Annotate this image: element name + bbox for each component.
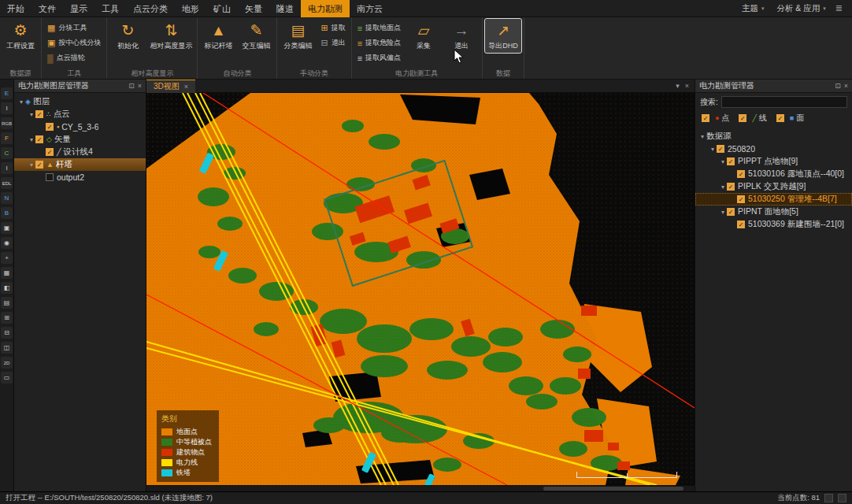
tree-row-图层[interactable]: ▾◈图层 [14,95,146,108]
2d-view-icon[interactable]: 2D [1,357,13,369]
ribbon-button-采集[interactable]: ▱采集 [406,19,442,53]
checkbox[interactable]: ✓ [776,114,784,122]
menu-item-电力勘测[interactable]: 电力勘测 [301,0,350,17]
dual-view-icon[interactable]: ◫ [1,342,13,354]
info-display-icon[interactable]: I [1,162,13,174]
menu-item-隧道[interactable]: 隧道 [269,0,301,17]
checkbox[interactable]: ✓ [737,170,745,178]
tree-row-数据源[interactable]: ▾数据源 [695,130,852,143]
menu-item-工具[interactable]: 工具 [94,0,126,17]
expander-icon[interactable]: ▾ [28,161,35,169]
tabstrip-menu-icon[interactable]: ▾ [676,82,680,90]
checkbox[interactable]: ✓ [727,183,735,191]
expander-icon[interactable]: ▾ [719,183,727,191]
menu-item-点云分类[interactable]: 点云分类 [126,0,175,17]
tree-row-output2[interactable]: output2 [14,171,146,183]
tree-row-PIPNT 面地物[5][interactable]: ▾✓PIPNT 面地物[5] [695,206,852,218]
status-view-icon[interactable] [838,494,846,502]
checkbox[interactable] [46,173,54,181]
menu-item-南方云[interactable]: 南方云 [350,0,390,17]
status-grid-icon[interactable] [824,494,833,502]
tree-row-设计线4[interactable]: ✓╱设计线4 [14,146,146,158]
filter-线[interactable]: ✓╱线 [739,113,766,124]
remove-view-icon[interactable]: ⊟ [1,327,13,339]
ribbon-button-点云描轮[interactable]: ▒点云描轮 [44,50,104,65]
horizontal-scrollbar[interactable] [146,485,695,491]
layer-list-icon[interactable]: ▤ [1,297,13,309]
select-box-icon[interactable]: ▣ [1,222,13,234]
close-icon[interactable]: × [844,82,848,90]
checkbox[interactable]: ✓ [737,220,745,228]
ribbon-button-分块工具[interactable]: ▦分块工具 [44,20,104,35]
close-icon[interactable]: × [138,82,142,90]
pointcloud-scene[interactable] [146,93,695,485]
menu-item-显示[interactable]: 显示 [63,0,94,17]
tree-row-250820[interactable]: ▾✓250820 [695,143,852,155]
pin-icon[interactable]: ⊡ [128,82,135,90]
expander-icon[interactable]: ▾ [28,111,35,118]
flight-line-display-icon[interactable]: F [1,132,13,144]
checkbox[interactable]: ✓ [739,114,746,122]
menu-item-矢量[interactable]: 矢量 [238,0,269,17]
ribbon-button-标记杆塔[interactable]: ▲标记杆塔 [200,19,236,53]
checkbox[interactable]: ✓ [46,123,54,131]
tab-close-icon[interactable]: × [184,83,188,91]
pan-icon[interactable]: + [1,252,13,264]
ribbon-button-按中心线分块[interactable]: ▣按中心线分块 [44,35,104,50]
scrollbar-thumb[interactable] [543,487,683,491]
tree-row-矢量[interactable]: ▾✓◇矢量 [14,133,146,146]
blend-display-icon[interactable]: B [1,207,13,219]
menu-item-文件[interactable]: 文件 [31,0,63,17]
menu-more-icon[interactable]: ≣ [832,3,846,13]
expander-icon[interactable]: ▾ [28,136,35,143]
ribbon-button-导出DHD[interactable]: ↗导出DHD [485,19,521,53]
tree-row-杆塔[interactable]: ▾✓▲杆塔 [14,158,146,171]
expander-icon[interactable]: ▾ [719,209,727,216]
ribbon-button-提取[interactable]: ⊞提取 [317,20,348,35]
grid-icon[interactable]: ▦ [1,267,13,279]
tree-row-PIPPT 点地物[9][interactable]: ▾✓PIPPT 点地物[9] [695,155,852,168]
intensity-display-icon[interactable]: I [1,102,13,114]
checkbox[interactable]: ✓ [727,158,735,165]
tabstrip-close-icon[interactable]: × [685,82,689,90]
rgb-display-icon[interactable]: RGB [1,117,13,129]
menu-item-地形[interactable]: 地形 [175,0,206,17]
tab-3d-view[interactable]: 3D视图 × [146,80,195,93]
checkbox[interactable]: ✓ [46,148,54,156]
class-display-icon[interactable]: C [1,147,13,159]
menu-dropdown-分析 & 应用[interactable]: 分析 & 应用▾ [770,3,832,14]
expander-icon[interactable]: ▾ [719,158,727,165]
checkbox[interactable]: ✓ [35,161,43,169]
checkbox[interactable]: ✓ [35,135,43,143]
pin-icon[interactable]: ⊡ [835,82,841,90]
expander-icon[interactable]: ▾ [709,146,717,153]
menu-item-矿山[interactable]: 矿山 [206,0,238,17]
ribbon-button-工程设置[interactable]: ⚙工程设置 [2,19,39,53]
edl-display-icon[interactable]: EDL [1,177,13,189]
search-input[interactable] [721,96,847,108]
checkbox[interactable]: ✓ [737,195,745,203]
tree-row-CY_5_3-6[interactable]: ✓▪CY_5_3-6 [14,120,146,133]
checkbox[interactable]: ✓ [35,110,43,118]
menu-dropdown-主题[interactable]: 主题▾ [735,3,771,14]
ribbon-button-退出[interactable]: ⊟退出 [317,35,348,50]
tree-row-PIPLK 交叉跨越[9][interactable]: ▾✓PIPLK 交叉跨越[9] [695,180,852,193]
ribbon-button-初始化[interactable]: ↻初始化 [109,19,146,53]
elevation-display-icon[interactable]: E [1,87,13,99]
filter-面[interactable]: ✓■面 [776,113,804,124]
ribbon-button-提取危险点[interactable]: ≡提取危险点 [354,35,404,50]
checkbox[interactable]: ✓ [702,114,709,122]
split-view-icon[interactable]: ◧ [1,282,13,294]
checkbox[interactable]: ✓ [727,208,735,216]
ribbon-button-相对高度显示[interactable]: ⇅相对高度显示 [147,19,194,53]
ribbon-button-提取风偏点[interactable]: ≡提取风偏点 [354,50,404,65]
tree-row-51030369 新建围墙--21[0][interactable]: ✓51030369 新建围墙--21[0] [695,218,852,231]
add-view-icon[interactable]: ⊞ [1,312,13,324]
pick-point-icon[interactable]: ◉ [1,237,13,249]
tree-row-点云[interactable]: ▾✓∴点云 [14,108,146,120]
ribbon-button-分类编辑[interactable]: ▤分类编辑 [280,19,316,53]
expander-icon[interactable]: ▾ [698,133,706,140]
checkbox[interactable]: ✓ [717,145,724,153]
ribbon-button-交互编辑[interactable]: ✎交互编辑 [238,19,274,53]
tree-row-51030250 管理堆--4B[7][interactable]: ✓51030250 管理堆--4B[7] [695,193,852,206]
